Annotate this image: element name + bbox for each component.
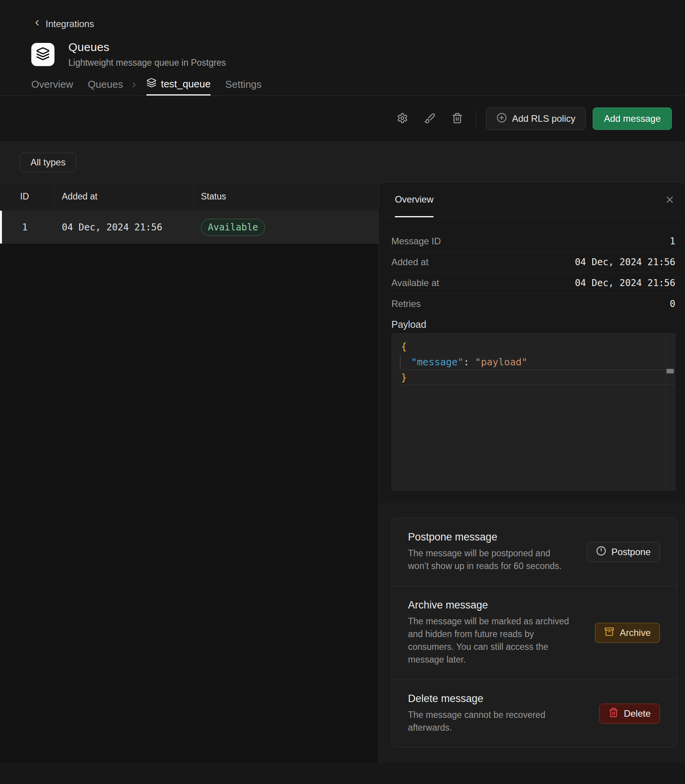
panel-tab-overview[interactable]: Overview	[395, 183, 433, 217]
delete-card-title: Delete message	[408, 693, 561, 705]
content-split: ID Added at Status 1 04 Dec, 2024 21:56 …	[0, 183, 685, 763]
column-header-added-at: Added at	[54, 183, 194, 210]
queues-page: Integrations Queues Lightweight message …	[0, 0, 685, 784]
code-key: "message"	[411, 356, 463, 368]
add-rls-policy-label: Add RLS policy	[512, 113, 575, 124]
queue-settings-button[interactable]	[393, 109, 411, 128]
delete-card-description: The message cannot be recovered afterwar…	[408, 709, 561, 734]
code-line-1: {	[401, 339, 675, 354]
cell-status: Available	[194, 219, 378, 236]
postpone-card-description: The message will be postponed and won’t …	[408, 547, 570, 573]
detail-label: Retries	[391, 298, 421, 309]
add-rls-policy-button[interactable]: Add RLS policy	[486, 107, 586, 130]
tab-overview-label: Overview	[31, 78, 73, 90]
code-close-brace: }	[401, 372, 407, 383]
chevron-right-icon	[130, 73, 138, 95]
detail-value: 0	[670, 298, 675, 309]
payload-label: Payload	[391, 317, 685, 331]
archive-text-group: Archive message The message will be mark…	[408, 599, 580, 666]
breadcrumb-label: Integrations	[46, 19, 94, 29]
tab-settings-label: Settings	[225, 78, 262, 90]
editor-scrollbar-thumb[interactable]	[666, 369, 674, 373]
editor-scrollbar-gutter	[665, 334, 666, 490]
layers-icon	[146, 78, 156, 90]
code-line-2: "message": "payload"	[401, 354, 675, 370]
messages-table: ID Added at Status 1 04 Dec, 2024 21:56 …	[0, 183, 378, 763]
message-detail-panel: Overview Message ID 1 Added at 04 Dec, 2…	[378, 183, 685, 763]
queues-app-icon	[31, 43, 54, 66]
paintbrush-icon	[424, 112, 435, 125]
postpone-card-title: Postpone message	[408, 531, 570, 543]
layers-icon	[36, 47, 50, 62]
gear-icon	[397, 112, 408, 125]
action-cards: Postpone message The message will be pos…	[391, 518, 677, 748]
postpone-button[interactable]: Postpone	[587, 542, 660, 562]
code-string-value: "payload"	[475, 356, 527, 368]
tab-bar: Overview Queues test_queue Settings	[0, 73, 685, 96]
page-subtitle: Lightweight message queue in Postgres	[68, 58, 226, 68]
payload-editor[interactable]: { "message": "payload" }	[391, 333, 675, 491]
detail-value: 04 Dec, 2024 21:56	[575, 257, 675, 268]
tab-settings[interactable]: Settings	[225, 73, 262, 95]
tab-test-queue[interactable]: test_queue	[146, 73, 211, 95]
page-header: Queues Lightweight message queue in Post…	[0, 30, 685, 68]
clock-icon	[596, 546, 606, 558]
breadcrumb-back-integrations[interactable]: Integrations	[0, 0, 94, 30]
detail-label: Available at	[391, 278, 439, 288]
delete-button-label: Delete	[624, 708, 651, 719]
payload-code: { "message": "payload" }	[392, 334, 675, 385]
detail-row-message-id: Message ID 1	[391, 231, 675, 252]
detail-value: 1	[670, 236, 675, 247]
all-types-label: All types	[31, 157, 66, 168]
trash-icon	[609, 707, 619, 720]
column-header-id: ID	[0, 183, 54, 210]
status-badge: Available	[201, 219, 265, 236]
detail-label: Message ID	[391, 236, 441, 247]
detail-label: Added at	[391, 257, 428, 268]
postpone-message-card: Postpone message The message will be pos…	[392, 518, 677, 586]
cell-added-at: 04 Dec, 2024 21:56	[54, 222, 194, 233]
message-actions: Postpone message The message will be pos…	[379, 504, 685, 763]
table-header-row: ID Added at Status	[0, 183, 378, 211]
panel-tab-overview-label: Overview	[395, 194, 433, 205]
table-empty-area	[0, 244, 378, 763]
detail-row-added-at: Added at 04 Dec, 2024 21:56	[391, 252, 675, 273]
tab-overview[interactable]: Overview	[31, 73, 73, 95]
delete-button[interactable]: Delete	[599, 704, 660, 724]
close-panel-button[interactable]	[661, 192, 678, 209]
archive-button[interactable]: Archive	[595, 623, 660, 643]
table-row[interactable]: 1 04 Dec, 2024 21:56 Available	[0, 211, 378, 244]
purge-queue-button[interactable]	[420, 109, 439, 128]
all-types-filter[interactable]: All types	[20, 153, 76, 172]
postpone-text-group: Postpone message The message will be pos…	[408, 531, 570, 573]
code-open-brace: {	[401, 341, 407, 352]
delete-queue-button[interactable]	[448, 109, 466, 128]
plus-circle-icon	[496, 112, 507, 125]
add-message-button[interactable]: Add message	[593, 107, 672, 130]
detail-value: 04 Dec, 2024 21:56	[575, 278, 675, 288]
chevron-left-icon	[32, 18, 42, 30]
postpone-button-label: Postpone	[612, 547, 651, 557]
toolbar-divider	[476, 110, 476, 128]
tab-queues[interactable]: Queues	[88, 73, 123, 95]
page-title: Queues	[68, 41, 226, 54]
archive-card-title: Archive message	[408, 599, 580, 611]
tab-queues-label: Queues	[88, 78, 123, 90]
cell-message-id: 1	[0, 222, 54, 233]
code-separator: :	[463, 356, 475, 368]
trash-icon	[452, 112, 463, 125]
add-message-label: Add message	[604, 113, 661, 124]
page-title-group: Queues Lightweight message queue in Post…	[68, 41, 226, 68]
filter-bar: All types	[0, 142, 685, 183]
archive-card-description: The message will be marked as archived a…	[408, 615, 580, 666]
archive-message-card: Archive message The message will be mark…	[392, 586, 677, 679]
delete-text-group: Delete message The message cannot be rec…	[408, 693, 561, 734]
archive-button-label: Archive	[620, 627, 651, 638]
archive-icon	[604, 627, 614, 639]
close-icon	[665, 194, 675, 206]
delete-message-card: Delete message The message cannot be rec…	[392, 679, 677, 747]
tab-test-queue-label: test_queue	[161, 78, 211, 90]
message-details: Message ID 1 Added at 04 Dec, 2024 21:56…	[391, 231, 675, 314]
detail-row-retries: Retries 0	[391, 293, 675, 314]
detail-row-available-at: Available at 04 Dec, 2024 21:56	[391, 273, 675, 293]
